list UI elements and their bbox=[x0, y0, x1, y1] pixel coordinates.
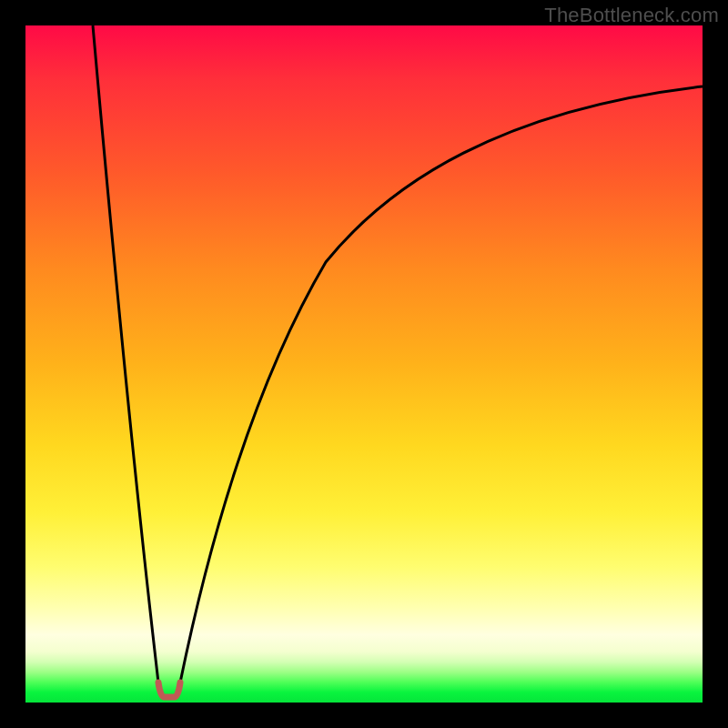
attribution-label: TheBottleneck.com bbox=[544, 4, 719, 27]
right-branch-path bbox=[180, 86, 703, 682]
valley-bump-path bbox=[158, 682, 180, 697]
bottleneck-curve bbox=[25, 25, 703, 703]
chart-stage: TheBottleneck.com bbox=[0, 0, 728, 728]
left-branch-path bbox=[93, 25, 158, 682]
plot-area bbox=[25, 25, 703, 703]
